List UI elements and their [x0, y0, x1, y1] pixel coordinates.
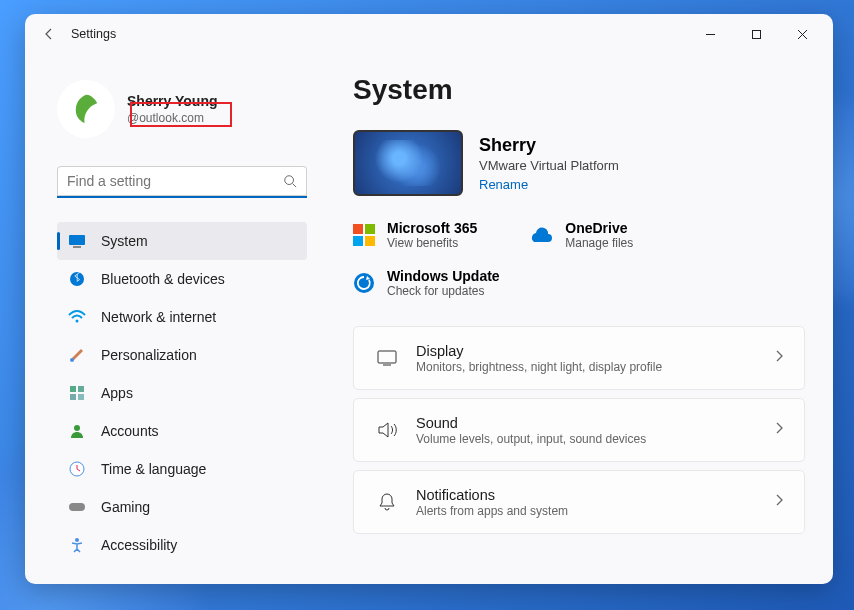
tile-sub: Manage files	[565, 236, 633, 250]
svg-line-3	[293, 184, 297, 188]
cloud-icon	[527, 226, 553, 244]
svg-rect-9	[70, 386, 76, 392]
minimize-icon	[705, 29, 716, 40]
settings-cards: DisplayMonitors, brightness, night light…	[353, 326, 805, 534]
avatar	[57, 80, 115, 138]
svg-rect-4	[69, 235, 85, 245]
tile-title: Windows Update	[387, 268, 500, 284]
accessibility-icon	[67, 535, 87, 555]
chevron-right-icon	[774, 349, 784, 367]
leaf-icon	[69, 92, 103, 126]
nav-item-accessibility[interactable]: Accessibility	[57, 526, 307, 564]
user-email: @outlook.com	[127, 111, 218, 125]
card-sub: Alerts from apps and system	[416, 504, 774, 518]
display-icon	[374, 350, 400, 366]
tile-onedrive[interactable]: OneDrive Manage files	[527, 220, 633, 250]
window-title: Settings	[71, 27, 116, 41]
nav-item-personalization[interactable]: Personalization	[57, 336, 307, 374]
tile-title: Microsoft 365	[387, 220, 477, 236]
svg-rect-5	[73, 246, 81, 248]
maximize-icon	[751, 29, 762, 40]
nav-label: System	[101, 233, 148, 249]
search-input[interactable]	[57, 166, 307, 198]
rename-link[interactable]: Rename	[479, 177, 619, 192]
svg-point-16	[75, 538, 79, 542]
maximize-button[interactable]	[733, 18, 779, 50]
gamepad-icon	[67, 497, 87, 517]
card-sub: Monitors, brightness, night light, displ…	[416, 360, 774, 374]
wifi-icon	[67, 307, 87, 327]
nav-label: Personalization	[101, 347, 197, 363]
svg-rect-1	[752, 30, 760, 38]
tile-sub: Check for updates	[387, 284, 500, 298]
nav-label: Accounts	[101, 423, 159, 439]
nav-label: Gaming	[101, 499, 150, 515]
clock-icon	[67, 459, 87, 479]
nav-item-apps[interactable]: Apps	[57, 374, 307, 412]
apps-icon	[67, 383, 87, 403]
tile-microsoft365[interactable]: Microsoft 365 View benefits	[353, 220, 477, 250]
svg-rect-18	[378, 351, 396, 363]
device-thumbnail[interactable]	[353, 130, 463, 196]
user-account-row[interactable]: Sherry Young @outlook.com	[57, 80, 307, 138]
close-button[interactable]	[779, 18, 825, 50]
search-icon	[283, 174, 297, 192]
search-box[interactable]	[57, 166, 307, 198]
svg-point-2	[285, 176, 294, 185]
bell-icon	[374, 492, 400, 512]
card-notifications[interactable]: NotificationsAlerts from apps and system	[353, 470, 805, 534]
tile-windows-update[interactable]: Windows Update Check for updates	[353, 268, 805, 298]
nav-item-accounts[interactable]: Accounts	[57, 412, 307, 450]
nav-label: Time & language	[101, 461, 206, 477]
nav-label: Accessibility	[101, 537, 177, 553]
card-sub: Volume levels, output, input, sound devi…	[416, 432, 774, 446]
nav-item-gaming[interactable]: Gaming	[57, 488, 307, 526]
svg-rect-10	[78, 386, 84, 392]
svg-point-7	[76, 320, 79, 323]
device-row: Sherry VMware Virtual Platform Rename	[353, 130, 805, 196]
back-button[interactable]	[33, 18, 65, 50]
sound-icon	[374, 421, 400, 439]
chevron-right-icon	[774, 493, 784, 511]
device-platform: VMware Virtual Platform	[479, 158, 619, 173]
nav-item-time[interactable]: Time & language	[57, 450, 307, 488]
svg-rect-11	[70, 394, 76, 400]
chevron-right-icon	[774, 421, 784, 439]
card-display[interactable]: DisplayMonitors, brightness, night light…	[353, 326, 805, 390]
nav-label: Apps	[101, 385, 133, 401]
person-icon	[67, 421, 87, 441]
minimize-button[interactable]	[687, 18, 733, 50]
svg-point-13	[74, 425, 80, 431]
tile-title: OneDrive	[565, 220, 633, 236]
card-title: Notifications	[416, 487, 774, 503]
brush-icon	[67, 345, 87, 365]
page-title: System	[353, 74, 805, 106]
nav-list: System Bluetooth & devices Network & int…	[57, 222, 307, 564]
bluetooth-icon	[67, 269, 87, 289]
tile-sub: View benefits	[387, 236, 477, 250]
system-icon	[67, 231, 87, 251]
nav-label: Network & internet	[101, 309, 216, 325]
main-panel: System Sherry VMware Virtual Platform Re…	[325, 54, 833, 584]
back-arrow-icon	[41, 26, 57, 42]
card-sound[interactable]: SoundVolume levels, output, input, sound…	[353, 398, 805, 462]
card-title: Display	[416, 343, 774, 359]
device-name: Sherry	[479, 135, 619, 156]
svg-rect-15	[69, 503, 85, 511]
card-title: Sound	[416, 415, 774, 431]
nav-item-bluetooth[interactable]: Bluetooth & devices	[57, 260, 307, 298]
nav-item-system[interactable]: System	[57, 222, 307, 260]
close-icon	[797, 29, 808, 40]
nav-label: Bluetooth & devices	[101, 271, 225, 287]
titlebar: Settings	[25, 14, 833, 54]
user-name: Sherry Young	[127, 93, 218, 109]
settings-window: Settings Sherry Young @outlook.com	[25, 14, 833, 584]
microsoft-logo-icon	[353, 224, 375, 246]
sidebar: Sherry Young @outlook.com System Bluetoo…	[25, 54, 325, 584]
update-icon	[353, 272, 375, 294]
svg-point-8	[70, 358, 74, 362]
svg-rect-12	[78, 394, 84, 400]
nav-item-network[interactable]: Network & internet	[57, 298, 307, 336]
